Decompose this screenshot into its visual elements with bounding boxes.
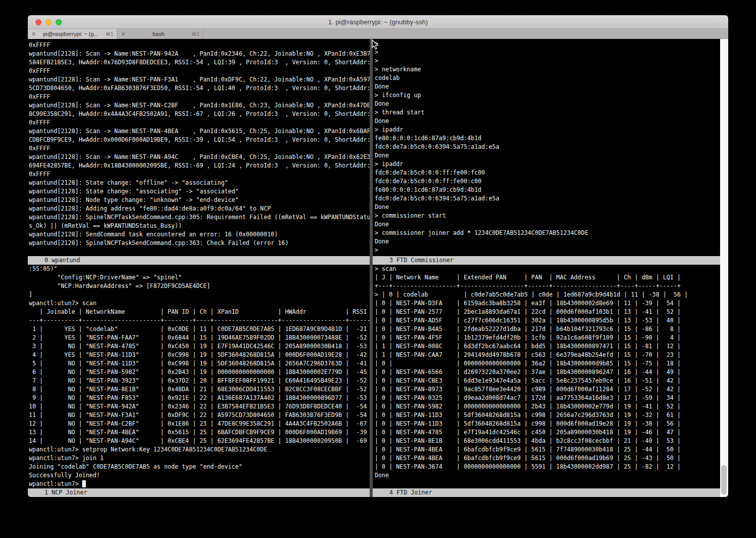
tab-ssh-session[interactable]: ✕ pi@raspberrypi: ~ (g... ⌘1 [28,29,117,39]
tab-bar: ✕ pi@raspberrypi: ~ (g... ⌘1 ✕ bash ⌘2 [28,29,728,39]
terminal-window: 1. pi@raspberrypi: ~ (gnubby-ssh) ✕ pi@r… [28,15,728,497]
tab-label: bash [128,31,188,37]
desktop: { "window": { "title": "1. pi@raspberryp… [0,0,756,538]
tab-close-icon[interactable]: ✕ [31,29,36,39]
pane-wpantund-output[interactable]: 0xFFFF wpantund[2128]: Scan -> Name:NEST… [28,39,370,247]
window-title: 1. pi@raspberrypi: ~ (gnubby-ssh) [28,15,728,29]
tmux-statusbar-ftd-commissioner: 3 FTD Commissioner [373,256,720,265]
scrollbar-thumb[interactable] [721,465,727,494]
pane-ftd-commissioner-output[interactable]: > > > > networkname codelab Done > ifcon… [373,39,720,255]
mouse-cursor-icon [372,39,379,50]
tab-close-icon[interactable]: ✕ [121,29,125,39]
pane-ncp-joiner[interactable]: :55:05)" "Config:NCP:DriverName" => "spi… [28,265,370,488]
pane-ncp-joiner-output[interactable]: :55:05)" "Config:NCP:DriverName" => "spi… [28,265,370,488]
pane-ftd-joiner-output[interactable]: > scan | J | Network Name | Extended PAN… [373,265,720,480]
title-bar[interactable]: 1. pi@raspberrypi: ~ (gnubby-ssh) [28,15,728,29]
tab-shortcut: ⌘2 [191,31,199,37]
tmux-statusbar-ftd-joiner: 4 FTD Joiner [373,488,720,497]
pane-wpantund[interactable]: 0xFFFF wpantund[2128]: Scan -> Name:NEST… [28,39,370,256]
scrollbar[interactable] [720,39,728,497]
tab-shortcut: ⌘1 [105,31,113,37]
tab-bash[interactable]: ✕ bash ⌘2 [117,29,203,39]
terminal-content: 0xFFFF wpantund[2128]: Scan -> Name:NEST… [28,39,728,497]
tmux-statusbar-ncp-joiner: 1 NCP Joiner [28,488,370,497]
tab-label: pi@raspberrypi: ~ (g... [39,31,102,37]
pane-ftd-joiner[interactable]: > scan | J | Network Name | Extended PAN… [373,265,720,488]
tmux-statusbar-wpantund: 0 wpantund [28,256,370,265]
pane-ftd-commissioner[interactable]: > > > > networkname codelab Done > ifcon… [373,39,720,256]
